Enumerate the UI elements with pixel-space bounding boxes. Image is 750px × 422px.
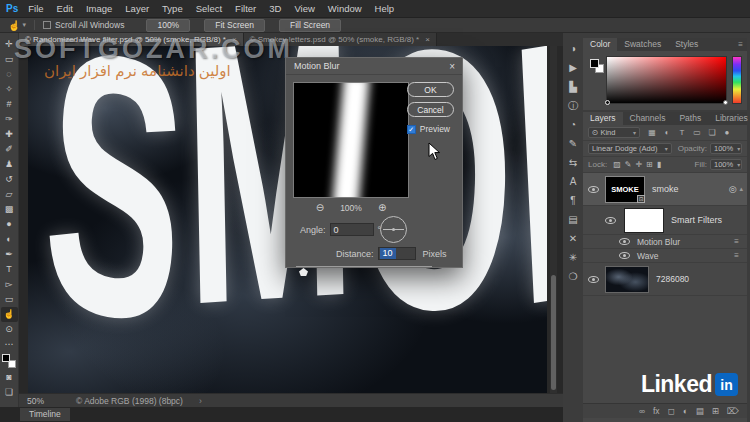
- timeline-panel-tab[interactable]: Timeline: [20, 408, 70, 421]
- character-panel-icon[interactable]: A: [564, 172, 582, 191]
- menu-item-3d[interactable]: 3D: [269, 3, 281, 14]
- dialog-title-bar[interactable]: Motion Blur ×: [286, 58, 462, 75]
- foreground-color-swatch[interactable]: [590, 59, 599, 68]
- crop-tool-icon[interactable]: #: [1, 97, 18, 112]
- eyedropper-tool-icon[interactable]: ✑: [1, 112, 18, 127]
- zoom-level-field[interactable]: 50%: [27, 396, 44, 406]
- tab-paths[interactable]: Paths: [672, 112, 708, 125]
- healing-brush-tool-icon[interactable]: ✚: [1, 127, 18, 142]
- layer-mask-icon[interactable]: ◻: [668, 406, 675, 416]
- dodge-tool-icon[interactable]: ◐: [1, 232, 18, 247]
- visibility-eye-icon[interactable]: [588, 186, 599, 193]
- layer-row-background[interactable]: 7286080: [583, 263, 747, 296]
- zoom-100-button[interactable]: 100%: [146, 19, 190, 32]
- tab-channels[interactable]: Channels: [623, 112, 673, 125]
- close-icon[interactable]: ×: [449, 61, 455, 72]
- menu-item-select[interactable]: Select: [196, 3, 222, 14]
- filter-name[interactable]: Motion Blur: [637, 237, 680, 247]
- angle-dial[interactable]: [380, 216, 407, 243]
- lock-artboard-icon[interactable]: ⊞: [646, 160, 653, 169]
- visibility-eye-icon[interactable]: [619, 252, 630, 259]
- menu-item-layer[interactable]: Layer: [125, 3, 149, 14]
- smart-filter-indicator-icon[interactable]: ◎: [729, 184, 737, 194]
- gradient-tool-icon[interactable]: ▩: [1, 202, 18, 217]
- opacity-dropdown[interactable]: 100% ▾: [710, 143, 742, 154]
- menu-item-filter[interactable]: Filter: [235, 3, 256, 14]
- smart-filter-row-motion-blur[interactable]: Motion Blur ≡: [583, 235, 747, 249]
- slider-track[interactable]: [296, 266, 432, 267]
- fill-screen-button[interactable]: Fill Screen: [279, 19, 341, 32]
- foreground-color-swatch[interactable]: [2, 354, 10, 362]
- tool-presets-panel-icon[interactable]: ✕: [564, 229, 582, 248]
- status-options-arrow-icon[interactable]: ›: [199, 396, 202, 406]
- screen-mode-icon[interactable]: ❏: [1, 385, 18, 400]
- properties-panel-icon[interactable]: ◔: [564, 115, 582, 134]
- layer-thumbnail[interactable]: SMOKE ⊡: [605, 176, 645, 203]
- distance-input[interactable]: 10: [378, 247, 416, 260]
- filter-pixel-layers-icon[interactable]: ▦: [647, 128, 657, 137]
- close-tab-icon[interactable]: ×: [425, 35, 430, 44]
- filter-blending-options-icon[interactable]: ≡: [734, 251, 739, 260]
- scrollbar-thumb[interactable]: [551, 275, 556, 390]
- saturation-brightness-field[interactable]: [606, 56, 727, 104]
- new-layer-icon[interactable]: ⊞: [712, 406, 719, 416]
- collapse-smart-filters-icon[interactable]: ▴: [739, 185, 743, 193]
- menu-item-file[interactable]: File: [28, 3, 43, 14]
- adjustment-layer-icon[interactable]: ◐: [683, 406, 688, 416]
- visibility-eye-icon[interactable]: [619, 238, 630, 245]
- brush-tool-icon[interactable]: ✐: [1, 142, 18, 157]
- smart-filters-row[interactable]: Smart Filters: [583, 206, 747, 235]
- layer-name[interactable]: 7286080: [656, 274, 689, 284]
- filter-shape-layers-icon[interactable]: ▭: [692, 128, 702, 137]
- info-panel-icon[interactable]: ⓘ: [564, 96, 582, 115]
- brush-settings-panel-icon[interactable]: ✎: [564, 134, 582, 153]
- type-tool-icon[interactable]: T: [1, 262, 18, 277]
- paragraph-panel-icon[interactable]: ¶: [564, 191, 582, 210]
- blur-tool-icon[interactable]: ●: [1, 217, 18, 232]
- lasso-tool-icon[interactable]: ◌: [1, 67, 18, 82]
- adjustments-panel-icon[interactable]: ◑: [564, 39, 582, 58]
- lock-position-icon[interactable]: ✛: [635, 160, 642, 169]
- layer-thumbnail[interactable]: [605, 266, 649, 293]
- smart-filter-row-wave[interactable]: Wave ≡: [583, 249, 747, 263]
- tab-styles[interactable]: Styles: [668, 38, 705, 51]
- cancel-button[interactable]: Cancel: [407, 102, 454, 117]
- layer-group-icon[interactable]: ▤: [696, 406, 704, 416]
- visibility-eye-icon[interactable]: [605, 217, 616, 224]
- filter-adjustment-layers-icon[interactable]: ◐: [662, 128, 672, 137]
- menu-item-help[interactable]: Help: [375, 3, 395, 14]
- lock-all-icon[interactable]: ▮: [657, 160, 661, 169]
- clone-stamp-tool-icon[interactable]: ♟: [1, 157, 18, 172]
- clone-source-panel-icon[interactable]: ⇆: [564, 153, 582, 172]
- hue-slider[interactable]: [732, 56, 742, 104]
- path-selection-tool-icon[interactable]: ▻: [1, 277, 18, 292]
- filter-preview-box[interactable]: [293, 82, 409, 198]
- filter-name[interactable]: Wave: [637, 251, 658, 261]
- zoom-in-icon[interactable]: ⊕: [378, 202, 386, 213]
- fit-screen-button[interactable]: Fit Screen: [204, 19, 265, 32]
- tab-libraries[interactable]: Libraries: [708, 112, 750, 125]
- layer-filter-kind-dropdown[interactable]: ⊙ Kind ▾: [588, 127, 640, 138]
- tab-layers[interactable]: Layers: [583, 112, 623, 125]
- slider-thumb[interactable]: [299, 268, 308, 276]
- ok-button[interactable]: OK: [407, 82, 454, 97]
- histogram-panel-icon[interactable]: ▙: [564, 77, 582, 96]
- filter-toggle-icon[interactable]: ●: [722, 128, 732, 137]
- tab-swatches[interactable]: Swatches: [617, 38, 668, 51]
- preview-checkbox[interactable]: ✓: [407, 125, 416, 134]
- delete-layer-icon[interactable]: ⌦: [727, 406, 739, 416]
- actions-panel-icon[interactable]: ▶: [564, 58, 582, 77]
- menu-item-type[interactable]: Type: [162, 3, 183, 14]
- angle-input[interactable]: 0: [330, 223, 374, 236]
- filter-type-layers-icon[interactable]: T: [677, 128, 687, 137]
- color-swatch-pair[interactable]: [588, 56, 606, 105]
- menu-item-view[interactable]: View: [294, 3, 314, 14]
- menu-item-window[interactable]: Window: [328, 3, 362, 14]
- blend-mode-dropdown[interactable]: Linear Dodge (Add) ▾: [588, 143, 672, 154]
- layer-effects-icon[interactable]: fx: [653, 406, 660, 416]
- shape-tool-icon[interactable]: ▭: [1, 292, 18, 307]
- foreground-background-swatches[interactable]: [2, 354, 16, 368]
- pen-tool-icon[interactable]: ✒: [1, 247, 18, 262]
- fill-dropdown[interactable]: 100% ▾: [710, 159, 742, 170]
- filter-panel-icon[interactable]: ✳: [564, 248, 582, 267]
